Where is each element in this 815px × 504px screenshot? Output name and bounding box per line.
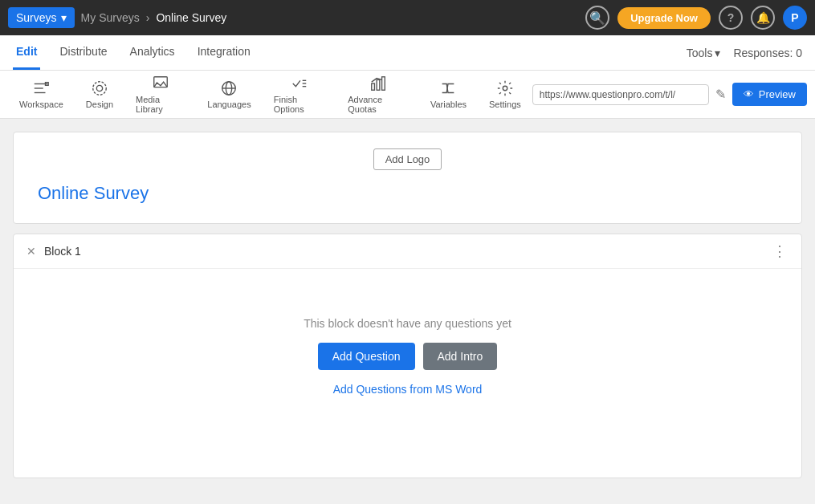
top-nav-left: Surveys ▾ My Surveys › Online Survey (8, 7, 226, 28)
tab-distribute[interactable]: Distribute (56, 35, 110, 70)
surveys-caret-icon: ▾ (61, 11, 67, 24)
survey-title: Online Survey (30, 183, 149, 204)
design-icon (91, 79, 108, 97)
block-action-buttons: Add Question Add Intro (318, 343, 498, 370)
toolbar-advance-quotas[interactable]: Advance Quotas (336, 70, 419, 119)
surveys-dropdown-button[interactable]: Surveys ▾ (8, 7, 75, 28)
upgrade-now-button[interactable]: Upgrade Now (617, 7, 711, 29)
second-nav-right: Tools ▾ Responses: 0 (687, 47, 802, 59)
tab-integration[interactable]: Integration (194, 35, 254, 70)
second-nav-bar: Edit Distribute Analytics Integration To… (0, 35, 815, 71)
toolbar-finish-options[interactable]: Finish Options (263, 70, 337, 119)
settings-icon (496, 79, 514, 97)
advance-quotas-icon (369, 75, 387, 92)
survey-header-card: Add Logo Online Survey (13, 132, 802, 224)
survey-url-input[interactable] (532, 84, 709, 105)
variables-icon (439, 79, 457, 97)
media-library-icon (152, 75, 169, 92)
notifications-icon-button[interactable]: 🔔 (751, 6, 775, 30)
tools-dropdown-button[interactable]: Tools ▾ (687, 47, 721, 59)
add-intro-button[interactable]: Add Intro (423, 343, 498, 370)
profile-avatar-button[interactable]: P (783, 6, 807, 30)
tools-label: Tools (687, 47, 713, 59)
block-body: This block doesn't have any questions ye… (14, 269, 801, 478)
svg-point-4 (96, 85, 102, 91)
second-nav-tabs: Edit Distribute Analytics Integration (13, 35, 254, 70)
toolbar-variables[interactable]: Variables (419, 75, 478, 114)
block-header: ✕ Block 1 ⋮ (14, 234, 801, 269)
svg-point-5 (93, 82, 107, 96)
breadcrumb-separator: › (146, 11, 150, 24)
tools-caret-icon: ▾ (715, 47, 720, 59)
toolbar-workspace[interactable]: Workspace (8, 75, 75, 114)
toolbar-items: Workspace Design Media Library L (8, 70, 532, 119)
svg-rect-14 (377, 79, 380, 90)
preview-button[interactable]: 👁 Preview (732, 83, 807, 106)
toolbar-languages[interactable]: Languages (196, 75, 262, 114)
add-questions-from-ms-word-button[interactable]: Add Questions from MS Word (333, 383, 483, 396)
block-collapse-icon[interactable]: ✕ (26, 245, 36, 258)
tab-edit[interactable]: Edit (13, 35, 40, 70)
my-surveys-breadcrumb[interactable]: My Surveys (81, 11, 140, 24)
toolbar-right: ✎ 👁 Preview (532, 83, 807, 106)
top-nav-right: 🔍 Upgrade Now ? 🔔 P (585, 6, 807, 30)
responses-count-label: Responses: 0 (733, 47, 802, 59)
tab-analytics[interactable]: Analytics (127, 35, 178, 70)
main-content: Add Logo Online Survey ✕ Block 1 ⋮ This … (0, 119, 815, 504)
svg-point-16 (503, 86, 507, 91)
toolbar: Workspace Design Media Library L (0, 71, 815, 119)
toolbar-settings[interactable]: Settings (478, 75, 532, 114)
block-menu-icon[interactable]: ⋮ (772, 242, 789, 260)
svg-rect-15 (381, 77, 385, 91)
edit-url-icon[interactable]: ✎ (715, 87, 726, 102)
block-header-left: ✕ Block 1 (26, 245, 81, 258)
question-mark-icon: ? (727, 11, 735, 24)
add-question-button[interactable]: Add Question (318, 343, 415, 370)
current-survey-name: Online Survey (156, 11, 226, 24)
top-nav-bar: Surveys ▾ My Surveys › Online Survey 🔍 U… (0, 0, 815, 35)
add-logo-button[interactable]: Add Logo (373, 148, 442, 170)
svg-rect-13 (371, 83, 374, 90)
empty-block-message: This block doesn't have any questions ye… (304, 317, 511, 330)
surveys-label: Surveys (16, 11, 57, 24)
eye-icon: 👁 (744, 88, 754, 100)
help-icon-button[interactable]: ? (719, 6, 743, 30)
block-title: Block 1 (44, 245, 81, 258)
toolbar-design[interactable]: Design (75, 75, 124, 114)
languages-icon (220, 79, 238, 97)
block-card: ✕ Block 1 ⋮ This block doesn't have any … (13, 234, 802, 478)
workspace-icon (32, 79, 50, 97)
toolbar-media-library[interactable]: Media Library (124, 70, 196, 119)
finish-options-icon (291, 75, 308, 92)
search-icon-button[interactable]: 🔍 (585, 6, 609, 30)
